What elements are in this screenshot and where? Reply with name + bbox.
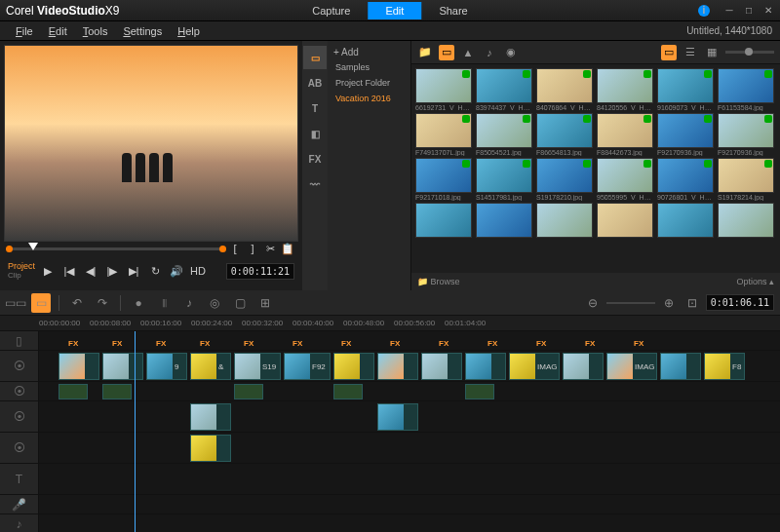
stab-title[interactable]: T — [303, 96, 327, 120]
media-thumb[interactable]: F86654813.jpg — [536, 113, 593, 156]
volume-icon[interactable]: 🔊 — [168, 262, 185, 280]
media-thumb[interactable]: F61153584.jpg — [718, 68, 774, 111]
tab-edit[interactable]: Edit — [368, 2, 421, 19]
media-thumb[interactable]: 90726801_V_HD720... — [657, 158, 714, 201]
minimize-button[interactable]: ─ — [723, 5, 735, 17]
storyboard-view-icon[interactable]: ▭▭ — [6, 293, 25, 313]
menu-tools[interactable]: Tools — [75, 23, 116, 39]
timeline-view-icon[interactable]: ▭ — [31, 293, 51, 313]
stab-graphic[interactable]: ◧ — [303, 122, 327, 145]
media-thumb[interactable]: F74913707L.jpg — [415, 113, 472, 156]
media-thumb[interactable] — [597, 203, 653, 238]
media-thumb[interactable] — [536, 203, 593, 238]
media-thumb[interactable] — [476, 203, 532, 238]
media-thumb[interactable]: F88442673.jpg — [597, 113, 653, 156]
view-list-icon[interactable]: ☰ — [682, 45, 698, 60]
play-button[interactable]: ▶ — [39, 262, 57, 280]
timeline-ruler[interactable]: 00:00:00:00 00:00:08:00 00:00:16:00 00:0… — [0, 316, 780, 331]
scrub-bar[interactable]: [ ] ✂ 📋 — [4, 242, 298, 255]
auto-music-icon[interactable]: ♪ — [179, 293, 199, 313]
media-thumb[interactable]: 83974437_V_HD108... — [476, 68, 532, 111]
filter-video-icon[interactable]: ▭ — [439, 45, 454, 60]
menu-settings[interactable]: Settings — [115, 23, 170, 39]
track-head-chapter[interactable]: ▯ — [0, 331, 39, 350]
stab-media[interactable]: ▭ — [303, 46, 327, 69]
mode-clip[interactable]: Clip — [8, 271, 35, 280]
browse-button[interactable]: 📁 Browse — [417, 277, 460, 286]
media-thumb[interactable]: 95055995_V_HD108... — [597, 158, 653, 201]
media-thumb[interactable]: S19178210.jpg — [536, 158, 593, 201]
overlay-track-3[interactable] — [39, 433, 780, 463]
mixer-icon[interactable]: ⫴ — [154, 293, 174, 313]
track-head-overlay2[interactable]: ⦿ — [0, 401, 39, 432]
home-button[interactable]: |◀ — [60, 262, 78, 280]
tree-samples[interactable]: Samples — [332, 59, 407, 75]
media-thumb[interactable] — [657, 203, 714, 238]
record-icon[interactable]: ● — [129, 293, 148, 313]
end-button[interactable]: ▶| — [125, 262, 142, 280]
tree-project-folder[interactable]: Project Folder — [332, 75, 407, 91]
track-head-overlay1[interactable]: ⦿ — [0, 382, 39, 400]
motion-track-icon[interactable]: ◎ — [205, 293, 224, 313]
playhead[interactable] — [135, 331, 136, 532]
add-folder-button[interactable]: + Add — [332, 45, 407, 59]
import-icon[interactable]: 📁 — [417, 45, 433, 60]
redo-icon[interactable]: ↷ — [93, 293, 112, 313]
voice-track[interactable] — [39, 495, 780, 513]
overlay-track-2[interactable] — [39, 401, 780, 432]
options-button[interactable]: Options ▴ — [736, 277, 774, 286]
media-thumb[interactable]: F85054521.jpg — [476, 113, 532, 156]
loop-button[interactable]: ↻ — [146, 262, 164, 280]
track-head-music[interactable]: ♪ — [0, 514, 39, 532]
sort-icon[interactable]: ▭ — [661, 45, 677, 60]
tab-share[interactable]: Share — [421, 2, 485, 19]
close-button[interactable]: ✕ — [762, 5, 774, 17]
undo-icon[interactable]: ↶ — [67, 293, 87, 313]
hd-toggle[interactable]: HD — [189, 262, 207, 280]
track-head-video[interactable]: ⦿ — [0, 351, 39, 381]
media-thumb[interactable]: 91609073_V_HD108... — [657, 68, 714, 111]
next-frame-button[interactable]: |▶ — [103, 262, 121, 280]
filter-free-icon[interactable]: ◉ — [503, 45, 519, 60]
media-thumb[interactable]: S19178214.jpg — [718, 158, 774, 201]
media-thumb[interactable] — [718, 203, 774, 238]
media-thumb[interactable] — [415, 203, 472, 238]
fit-project-icon[interactable]: ⊡ — [682, 293, 702, 313]
filter-photo-icon[interactable]: ▲ — [460, 45, 476, 60]
track-head-overlay3[interactable]: ⦿ — [0, 433, 39, 463]
music-track[interactable] — [39, 514, 780, 532]
multicam-icon[interactable]: ⊞ — [255, 293, 275, 313]
info-icon[interactable]: i — [698, 5, 710, 17]
track-head-title[interactable]: T — [0, 464, 39, 494]
maximize-button[interactable]: □ — [743, 5, 755, 17]
menu-file[interactable]: File — [8, 23, 41, 39]
media-thumb[interactable]: S14517981.jpg — [476, 158, 532, 201]
menu-help[interactable]: Help — [170, 23, 208, 39]
view-grid-icon[interactable]: ▦ — [704, 45, 720, 60]
stab-path[interactable]: 〰 — [303, 172, 327, 196]
stab-transition[interactable]: AB — [303, 71, 327, 95]
thumbnail-size-slider[interactable] — [725, 51, 774, 54]
zoom-slider[interactable] — [606, 302, 655, 304]
video-track[interactable]: FXFXFXFXFXFXFXFXFXFXFXFXFX 9 & S19 F92 I… — [39, 351, 780, 381]
preview-screen[interactable] — [4, 45, 298, 242]
preview-timecode[interactable]: 0:00:11:21 — [226, 263, 294, 280]
menu-edit[interactable]: Edit — [41, 23, 75, 39]
tab-capture[interactable]: Capture — [294, 2, 368, 19]
media-thumb[interactable]: 84076864_V_HD108... — [536, 68, 593, 111]
media-thumb[interactable]: 66192731_V_HD10... — [415, 68, 472, 111]
track-head-voice[interactable]: 🎤 — [0, 495, 39, 513]
prev-frame-button[interactable]: ◀| — [82, 262, 99, 280]
subtitle-icon[interactable]: ▢ — [230, 293, 250, 313]
stab-filter[interactable]: FX — [303, 147, 327, 171]
media-thumb[interactable]: F92171018.jpg — [415, 158, 472, 201]
media-thumb[interactable]: F92170936.jpg — [657, 113, 714, 156]
title-track[interactable] — [39, 464, 780, 494]
media-thumb[interactable]: F92170936.jpg — [718, 113, 774, 156]
overlay-track-1[interactable] — [39, 382, 780, 400]
tree-vacation[interactable]: Vacation 2016 — [332, 91, 407, 106]
timeline-timecode[interactable]: 0:01:06.11 — [706, 294, 774, 311]
media-thumb[interactable]: 84120556_V_HD10... — [597, 68, 653, 111]
filter-audio-icon[interactable]: ♪ — [482, 45, 497, 60]
zoom-in-icon[interactable]: ⊕ — [659, 293, 679, 313]
